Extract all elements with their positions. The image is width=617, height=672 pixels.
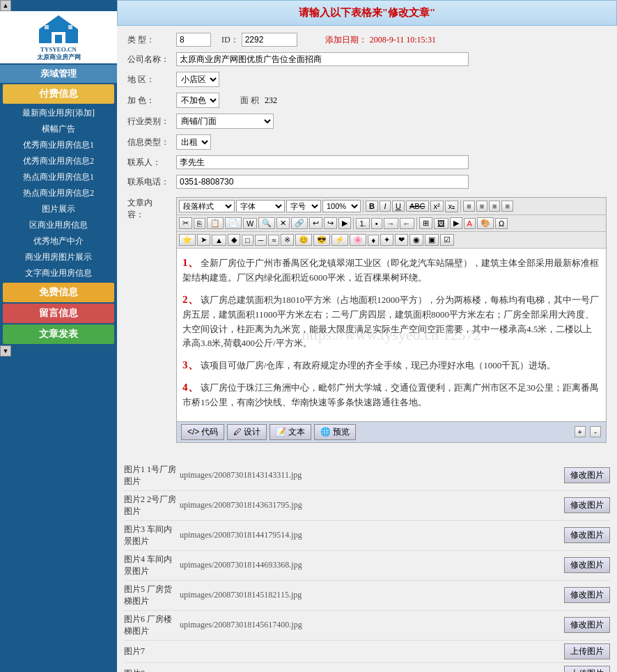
editor-content-area[interactable]: https://www.tysyeo.cn 12572 1、 全新厂房位于广州市…	[177, 249, 606, 421]
image-row: 图片2 2号厂房图片upimages/200873018143631795.jp…	[124, 494, 610, 521]
image-action-button[interactable]: 修改图片	[564, 497, 610, 513]
remove-format-button[interactable]: ✕	[276, 217, 290, 229]
sidebar-item-messages[interactable]: 留言信息	[3, 304, 114, 323]
misc5-button[interactable]: ♦	[368, 235, 379, 246]
align-center-button[interactable]: ≡	[476, 201, 487, 212]
misc10-button[interactable]: ☑	[440, 234, 454, 246]
redo-button[interactable]: ↪	[324, 217, 337, 229]
zoom-select[interactable]: 100%	[322, 200, 361, 212]
triangle-button[interactable]: ▲	[212, 235, 226, 246]
list-ol-button[interactable]: 1.	[356, 218, 369, 229]
sidebar-item-new-house[interactable]: 最新商业用房[添加]	[0, 105, 117, 121]
emoji2-button[interactable]: 😎	[313, 234, 330, 246]
italic-button[interactable]: I	[380, 201, 391, 212]
image-row: 图片7上传图片	[124, 643, 610, 663]
link-button[interactable]: 🔗	[291, 217, 308, 229]
superscript-button[interactable]: x²	[430, 201, 444, 212]
sidebar-item-free-info[interactable]: 免费信息	[3, 283, 114, 302]
find-button[interactable]: 🔍	[258, 217, 275, 229]
misc4-button[interactable]: 🌸	[350, 234, 366, 246]
paste-button[interactable]: 📋	[207, 217, 224, 229]
expand-button[interactable]: +	[575, 426, 586, 437]
style-select[interactable]: 段落样式	[179, 200, 235, 212]
underline-button[interactable]: U	[392, 201, 405, 212]
star-button[interactable]: ⭐	[179, 234, 196, 246]
table-button[interactable]: ⊞	[419, 217, 432, 229]
indent-button[interactable]: →	[384, 218, 398, 229]
image-button[interactable]: 🖼	[434, 218, 448, 229]
images-container: 图片1 1号厂房图片upimages/200873018143143311.jp…	[124, 464, 610, 672]
sidebar-item-banner[interactable]: 横幅广告	[0, 121, 117, 137]
sidebar-item-excellent2[interactable]: 优秀商业用房信息2	[0, 153, 117, 169]
sidebar-item-photo-display[interactable]: 商业用房图片展示	[0, 249, 117, 265]
image-row: 图片1 1号厂房图片upimages/200873018143143311.jp…	[124, 464, 610, 491]
image-action-button[interactable]: 上传图片	[564, 643, 610, 659]
rect-button[interactable]: □	[242, 235, 253, 246]
misc1-button[interactable]: ≈	[268, 235, 279, 246]
color-select[interactable]: 不加色	[176, 93, 219, 108]
text-tab-button[interactable]: 📝 文本	[270, 424, 311, 440]
align-justify-button[interactable]: ≡	[501, 201, 513, 212]
area-label: 面 积	[240, 95, 259, 107]
scroll-down-button[interactable]: ▼	[0, 345, 11, 357]
sidebar-item-paid-info[interactable]: 付费信息	[3, 84, 114, 104]
preview-icon: 🌐	[320, 427, 331, 437]
align-left-button[interactable]: ≡	[463, 201, 474, 212]
align-right-button[interactable]: ≡	[489, 201, 500, 212]
sidebar-item-post-article[interactable]: 文章发表	[3, 325, 114, 344]
industry-select[interactable]: 商铺/门面	[176, 114, 274, 129]
misc6-button[interactable]: ✦	[380, 234, 393, 246]
scroll-up-button[interactable]: ▲	[0, 0, 11, 11]
shape-button[interactable]: ◆	[228, 234, 240, 246]
paste-text-button[interactable]: 📄	[225, 217, 242, 229]
sidebar-item-excellent1[interactable]: 优秀商业用房信息1	[0, 137, 117, 153]
hr-button[interactable]: ─	[255, 235, 267, 246]
id-input[interactable]	[242, 33, 297, 47]
undo-button[interactable]: ↩	[309, 217, 322, 229]
bold-button[interactable]: B	[366, 201, 378, 212]
misc3-button[interactable]: ⚡	[331, 234, 348, 246]
misc7-button[interactable]: ❤	[395, 234, 408, 246]
sidebar-item-hot1[interactable]: 热点商业用房信息1	[0, 169, 117, 185]
emoji1-button[interactable]: 😊	[295, 234, 312, 246]
special-button[interactable]: Ω	[495, 218, 508, 229]
sidebar-item-hot2[interactable]: 热点商业用房信息2	[0, 185, 117, 201]
sidebar-item-district[interactable]: 区商业用房信息	[0, 217, 117, 233]
image-action-button[interactable]: 上传图片	[564, 666, 610, 672]
copy-button[interactable]: ⎘	[194, 218, 205, 229]
image-action-button[interactable]: 修改图片	[564, 617, 610, 633]
sidebar-item-text-info[interactable]: 文字商业用房信息	[0, 265, 117, 281]
list-ul-button[interactable]: •	[371, 218, 382, 229]
sidebar-item-gallery[interactable]: 图片展示	[0, 201, 117, 217]
phone-input[interactable]	[176, 175, 469, 189]
image-action-button[interactable]: 修改图片	[564, 557, 610, 573]
company-input[interactable]	[176, 52, 469, 66]
misc8-button[interactable]: ◉	[409, 234, 423, 246]
font-select[interactable]: 字体	[236, 200, 285, 212]
design-tab-button[interactable]: 🖊 设计	[227, 424, 267, 440]
color-button[interactable]: A	[464, 218, 476, 229]
image-action-button[interactable]: 修改图片	[564, 527, 610, 543]
misc2-button[interactable]: ※	[281, 234, 294, 246]
select-button[interactable]: ▶	[338, 217, 351, 229]
paste-word-button[interactable]: W	[243, 218, 257, 229]
info-type-select[interactable]: 出租	[176, 134, 211, 150]
image-action-button[interactable]: 修改图片	[564, 467, 610, 483]
image-action-button[interactable]: 修改图片	[564, 587, 610, 603]
contact-input[interactable]	[176, 155, 469, 169]
preview-tab-button[interactable]: 🌐 预览	[314, 424, 356, 440]
cut-button[interactable]: ✂	[179, 217, 192, 229]
code-tab-button[interactable]: </> 代码	[181, 424, 224, 440]
outdent-button[interactable]: ←	[400, 218, 414, 229]
misc9-button[interactable]: ▣	[425, 234, 439, 246]
subscript-button[interactable]: x₂	[445, 201, 459, 212]
collapse-button[interactable]: -	[590, 426, 601, 437]
district-select[interactable]: 小店区	[176, 72, 219, 87]
type-input[interactable]	[176, 33, 211, 47]
strikethrough-button[interactable]: ABC	[406, 201, 429, 212]
sidebar-item-agent[interactable]: 优秀地产中介	[0, 233, 117, 249]
arrow-button[interactable]: ➤	[197, 234, 210, 246]
flash-button[interactable]: ▶	[450, 217, 462, 229]
size-select[interactable]: 字号	[286, 200, 321, 212]
bgcolor-button[interactable]: 🎨	[477, 217, 494, 229]
